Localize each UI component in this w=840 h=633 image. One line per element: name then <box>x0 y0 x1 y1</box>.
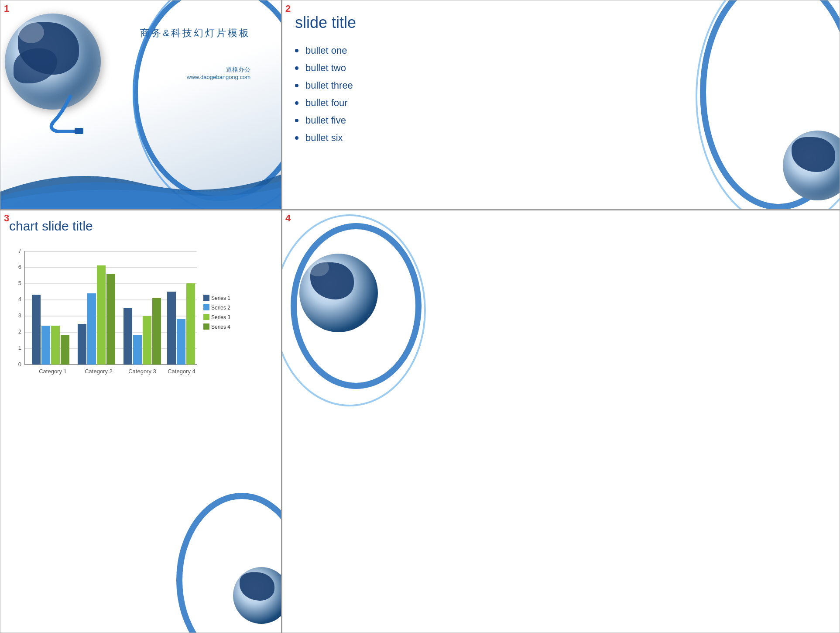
bar-cat3-s2 <box>133 335 142 365</box>
bullet-item-2: bullet two <box>295 62 761 74</box>
svg-text:2: 2 <box>18 328 21 335</box>
svg-text:5: 5 <box>18 280 21 286</box>
wave-decoration <box>0 157 281 209</box>
slide-number-2: 2 <box>285 3 291 14</box>
bar-cat4-s2 <box>177 319 185 365</box>
vertical-divider <box>281 0 282 633</box>
bullet-dot-4 <box>295 101 298 105</box>
svg-rect-27 <box>203 314 209 320</box>
svg-rect-0 <box>75 128 83 134</box>
slide1-title: 商务&科技幻灯片模板 <box>140 27 250 40</box>
svg-text:Series 3: Series 3 <box>211 314 230 320</box>
bar-cat3-s4 <box>152 298 161 365</box>
bar-cat2-s1 <box>78 324 86 365</box>
slide-1: 1 <box>0 0 281 210</box>
bullet-text-3: bullet three <box>305 80 353 91</box>
svg-rect-23 <box>203 295 209 301</box>
slide-number-1: 1 <box>4 3 9 14</box>
bullet-item-5: bullet five <box>295 115 761 126</box>
slide-3: 3 chart slide title 0 1 2 <box>0 210 281 633</box>
svg-text:1: 1 <box>18 344 21 351</box>
svg-text:0: 0 <box>18 361 21 368</box>
svg-text:Category 2: Category 2 <box>85 368 113 375</box>
bullet-dot-3 <box>295 84 298 87</box>
slide1-text-area: 商务&科技幻灯片模板 道格办公 www.daogebangong.com <box>140 27 250 80</box>
slide4-globe <box>299 254 378 332</box>
cable-decoration <box>44 88 131 140</box>
slide-2: 2 slide title bullet one bullet <box>281 0 840 210</box>
bar-cat1-s1 <box>32 295 41 365</box>
bullet-dot-5 <box>295 119 298 122</box>
bullet-list: bullet one bullet two bullet three bulle… <box>295 45 761 144</box>
bullet-text-1: bullet one <box>305 45 347 56</box>
bar-cat4-s1 <box>167 292 176 365</box>
svg-text:7: 7 <box>18 248 21 254</box>
slide-4: 4 <box>281 210 840 633</box>
svg-text:Series 1: Series 1 <box>211 295 230 301</box>
svg-rect-29 <box>203 323 209 330</box>
slide2-title: slide title <box>295 14 761 32</box>
bullet-dot-2 <box>295 66 298 70</box>
slide-number-4: 4 <box>285 213 291 224</box>
slide2-content: slide title bullet one bullet two bullet… <box>295 14 761 150</box>
bullet-text-5: bullet five <box>305 115 346 126</box>
svg-text:4: 4 <box>18 296 21 303</box>
bar-cat1-s2 <box>41 326 50 365</box>
bar-cat2-s3 <box>97 265 106 365</box>
slide1-subtitle: 道格办公 <box>140 66 250 74</box>
bullet-text-4: bullet four <box>305 97 348 109</box>
svg-text:Series 2: Series 2 <box>211 305 230 311</box>
slide3-title: chart slide title <box>9 219 246 234</box>
bullet-dot-6 <box>295 136 298 140</box>
svg-text:Category 3: Category 3 <box>128 368 156 375</box>
bullet-item-6: bullet six <box>295 132 761 144</box>
svg-text:Series 4: Series 4 <box>211 324 230 330</box>
bullet-dot-1 <box>295 49 298 52</box>
bar-chart: 0 1 2 3 4 5 6 7 <box>9 242 254 391</box>
svg-text:Category 4: Category 4 <box>168 368 195 375</box>
bullet-item-3: bullet three <box>295 80 761 91</box>
bullet-text-6: bullet six <box>305 132 343 144</box>
bullet-text-2: bullet two <box>305 62 346 74</box>
slide3-content: chart slide title 0 1 2 3 4 5 6 <box>9 219 246 624</box>
svg-text:6: 6 <box>18 264 21 270</box>
chart-svg: 0 1 2 3 4 5 6 7 <box>9 242 254 391</box>
slide1-url: www.daogebangong.com <box>140 74 250 80</box>
bar-cat3-s3 <box>143 316 151 365</box>
bar-cat1-s4 <box>61 335 69 365</box>
bar-cat1-s3 <box>51 326 60 365</box>
bar-cat2-s2 <box>87 293 96 365</box>
bar-cat2-s4 <box>106 274 115 365</box>
svg-text:Category 1: Category 1 <box>39 368 67 375</box>
slide-number-3: 3 <box>4 213 9 224</box>
bullet-item-4: bullet four <box>295 97 761 109</box>
svg-rect-25 <box>203 304 209 310</box>
bullet-item-1: bullet one <box>295 45 761 56</box>
bar-cat3-s1 <box>123 308 132 365</box>
svg-text:3: 3 <box>18 312 21 319</box>
bar-cat4-s3 <box>186 283 195 365</box>
horizontal-divider <box>0 210 840 210</box>
